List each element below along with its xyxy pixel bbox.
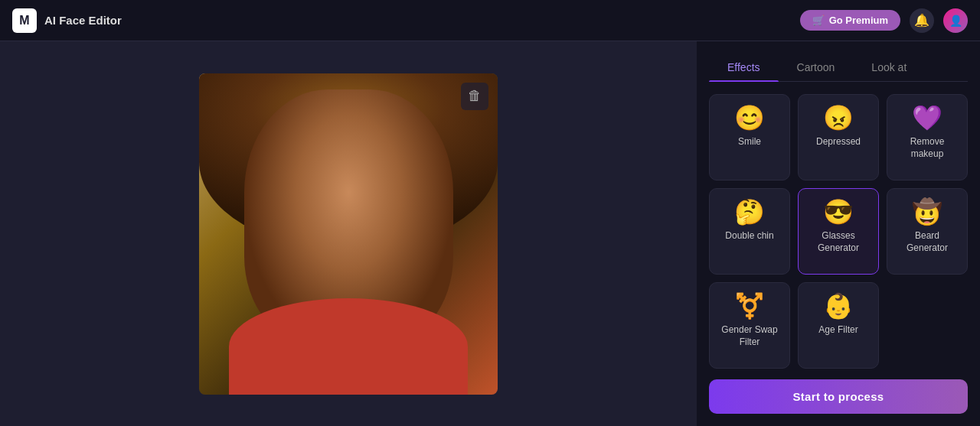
notifications-button[interactable]: 🔔 xyxy=(910,8,934,33)
effect-emoji-gender-swap: ⚧️ xyxy=(734,294,765,318)
effect-label-beard-generator: Beard Generator xyxy=(893,230,961,254)
user-avatar[interactable]: 👤 xyxy=(943,8,968,33)
header: M AI Face Editor 🛒 Go Premium 🔔 👤 xyxy=(0,0,980,41)
tab-cartoon[interactable]: Cartoon xyxy=(779,54,854,81)
delete-image-button[interactable]: 🗑 xyxy=(461,83,488,110)
effect-label-age-filter: Age Filter xyxy=(818,324,858,337)
logo: M xyxy=(12,8,37,33)
tab-look-at-label: Look at xyxy=(871,61,906,73)
effect-emoji-glasses-generator: 😎 xyxy=(823,200,854,224)
effect-item-beard-generator[interactable]: 🤠Beard Generator xyxy=(887,188,968,275)
effect-label-glasses-generator: Glasses Generator xyxy=(805,230,872,254)
avatar-icon: 👤 xyxy=(949,15,962,27)
effect-label-double-chin: Double chin xyxy=(725,230,773,242)
effects-grid: 😊Smile😠Depressed💜Remove makeup🤔Double ch… xyxy=(709,94,968,369)
effect-item-remove-makeup[interactable]: 💜Remove makeup xyxy=(887,94,968,180)
bell-icon: 🔔 xyxy=(914,13,929,28)
tab-bar: Effects Cartoon Look at xyxy=(709,54,968,82)
effect-emoji-age-filter: 👶 xyxy=(823,294,854,318)
app-title: AI Face Editor xyxy=(44,14,122,27)
trash-icon: 🗑 xyxy=(468,88,482,104)
effect-label-depressed: Depressed xyxy=(816,136,861,148)
cart-icon: 🛒 xyxy=(812,15,825,26)
effect-emoji-beard-generator: 🤠 xyxy=(912,200,942,224)
effect-emoji-depressed: 😠 xyxy=(823,106,854,130)
effect-item-glasses-generator[interactable]: 😎Glasses Generator xyxy=(798,188,879,275)
uploaded-photo xyxy=(199,73,498,395)
effect-item-double-chin[interactable]: 🤔Double chin xyxy=(709,188,790,275)
main-content: 🗑 Effects Cartoon Look at 😊Smile😠Depress… xyxy=(0,41,980,426)
effect-item-smile[interactable]: 😊Smile xyxy=(709,94,790,180)
premium-label: Go Premium xyxy=(829,15,888,26)
tab-effects[interactable]: Effects xyxy=(709,54,779,81)
header-right: 🛒 Go Premium 🔔 👤 xyxy=(800,8,968,33)
effect-label-remove-makeup: Remove makeup xyxy=(893,136,961,160)
effect-item-age-filter[interactable]: 👶Age Filter xyxy=(798,282,879,369)
effect-emoji-smile: 😊 xyxy=(734,106,765,130)
effect-item-gender-swap[interactable]: ⚧️Gender Swap Filter xyxy=(709,282,790,369)
tab-effects-label: Effects xyxy=(727,61,760,73)
image-panel: 🗑 xyxy=(0,41,697,426)
effect-item-depressed[interactable]: 😠Depressed xyxy=(798,94,879,180)
effect-emoji-double-chin: 🤔 xyxy=(734,200,765,224)
tab-cartoon-label: Cartoon xyxy=(797,61,835,73)
start-process-button[interactable]: Start to process xyxy=(709,379,968,414)
header-left: M AI Face Editor xyxy=(12,8,122,33)
right-panel: Effects Cartoon Look at 😊Smile😠Depressed… xyxy=(697,41,980,426)
tab-look-at[interactable]: Look at xyxy=(853,54,925,81)
go-premium-button[interactable]: 🛒 Go Premium xyxy=(800,10,900,31)
effect-label-gender-swap: Gender Swap Filter xyxy=(716,324,783,348)
effect-emoji-remove-makeup: 💜 xyxy=(912,106,942,130)
effect-label-smile: Smile xyxy=(738,136,761,148)
image-container: 🗑 xyxy=(199,73,498,395)
